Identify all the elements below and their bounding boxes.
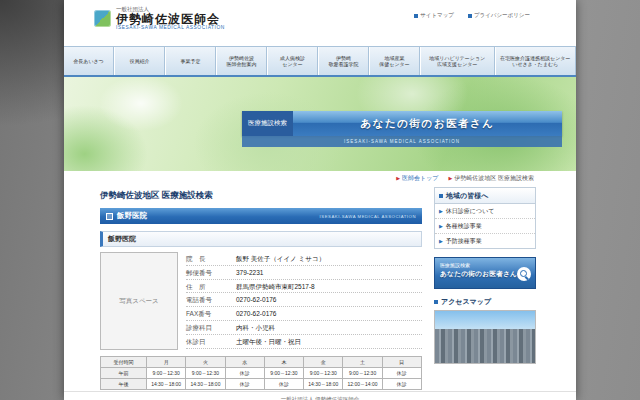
content-area: 伊勢崎佐波地区 医療施設検索 飯野医院 ISESAKI-SAWA MEDICAL…: [64, 185, 576, 391]
detail-row: FAX番号 0270-62-0176: [186, 307, 422, 321]
hours-cell: 14:30～18:00: [147, 379, 186, 390]
detail-value: 内科・小児科: [236, 324, 422, 332]
nav-tab-homecare-center[interactable]: 在宅医療介護連携相談センター いせさき・たまむら: [495, 47, 577, 75]
nav-tab-officers[interactable]: 役員紹介: [114, 47, 165, 75]
arrow-right-icon: ▶: [439, 238, 443, 244]
clinic-details-table: 院 長 飯野 美佐子（イイノ ミサコ） 郵便番号 379-2231 住 所 群馬…: [186, 252, 422, 350]
breadcrumb-arrow-icon: ▶: [396, 175, 400, 181]
detail-value: 土曜午後・日曜・祝日: [236, 338, 422, 346]
access-map-title-label: アクセスマップ: [441, 297, 491, 307]
page: 一般社団法人 伊勢崎佐波医師会 ISESAKI-SAWA MEDICAL ASS…: [64, 0, 576, 400]
nav-tab-hall-guide[interactable]: 伊勢崎佐波 医師会館案内: [216, 47, 267, 75]
hours-cell: 休診: [264, 379, 303, 390]
hours-cell: 休診: [382, 379, 421, 390]
breadcrumb-arrow-icon: ▶: [448, 175, 452, 181]
hours-cell: 9:00～12:30: [186, 368, 225, 379]
hours-day-header: 火: [186, 357, 225, 368]
detail-label: 院 長: [186, 255, 236, 263]
nav-tab-schedule[interactable]: 事業予定: [165, 47, 216, 75]
sitemap-link[interactable]: サイトマップ: [414, 12, 454, 19]
square-bullet-icon: [434, 300, 438, 304]
sidebar: 地域の皆様へ ▶ 休日診療について ▶ 各種検診事業 ▶ 予防接種事業 医療施設…: [434, 187, 536, 391]
nav-tab-rehabilitation-center[interactable]: 地域リハビリテーション 広域支援センター: [420, 47, 495, 75]
facility-header-sub: ISESAKI-SAWA MEDICAL ASSOCIATION: [320, 214, 416, 219]
detail-label: 住 所: [186, 283, 236, 291]
hero-image: 医療施設検索 あなたの街のお医者さん ISESAKI-SAWA MEDICAL …: [64, 77, 576, 171]
facility-grid-icon: [106, 213, 113, 220]
sidebar-item-holiday-care[interactable]: ▶ 休日診療について: [435, 204, 535, 219]
clinic-detail-block: 写真スペース 院 長 飯野 美佐子（イイノ ミサコ） 郵便番号 379-2231…: [100, 252, 422, 350]
nav-tab-screening-center[interactable]: 成人病検診 センター: [267, 47, 318, 75]
facility-search-banner[interactable]: 医療施設検索 あなたの街のお医者さん: [434, 257, 536, 289]
hours-day-header: 日: [382, 357, 421, 368]
detail-label: 郵便番号: [186, 269, 236, 277]
site-subtitle: ISESAKI-SAWA MEDICAL ASSOCIATION: [116, 25, 225, 30]
hours-cell: 休診: [225, 368, 264, 379]
detail-value: 群馬県伊勢崎市東町2517-8: [236, 283, 422, 291]
detail-label: FAX番号: [186, 310, 236, 318]
residents-box-title-label: 地域の皆様へ: [446, 191, 488, 201]
privacy-policy-link[interactable]: プライバシーポリシー: [468, 12, 530, 19]
sitemap-link-label: サイトマップ: [420, 12, 454, 19]
square-bullet-icon: [439, 194, 443, 198]
hours-cell: 14:30～18:00: [186, 379, 225, 390]
sidebar-box-residents: 地域の皆様へ ▶ 休日診療について ▶ 各種検診事業 ▶ 予防接種事業: [434, 187, 536, 249]
arrow-right-icon: ▶: [439, 223, 443, 229]
breadcrumb-current-label: 伊勢崎佐波地区 医療施設検索: [454, 174, 534, 183]
detail-label: 診療科目: [186, 324, 236, 332]
hero-banner-subtitle: ISESAKI-SAWA MEDICAL ASSOCIATION: [242, 136, 562, 147]
hours-cell: 9:00～12:30: [304, 368, 343, 379]
association-logo-icon: [94, 10, 111, 27]
detail-value: 379-2231: [236, 269, 422, 277]
access-map-photo[interactable]: [434, 310, 536, 364]
breadcrumb-link-top[interactable]: ▶ 医師会トップ: [396, 174, 438, 183]
arrow-right-icon: ▶: [439, 208, 443, 214]
global-nav: 会長あいさつ 役員紹介 事業予定 伊勢崎佐波 医師会館案内 成人病検診 センター…: [64, 46, 576, 77]
detail-row: 郵便番号 379-2231: [186, 266, 422, 280]
hours-cell: 12:00～14:00: [343, 379, 382, 390]
hours-cell: 9:00～12:30: [147, 368, 186, 379]
nav-tab-nursing-school[interactable]: 伊勢崎 敬愛看護学院: [318, 47, 369, 75]
facility-name: 飯野医院: [117, 211, 320, 221]
hours-day-header: 月: [147, 357, 186, 368]
detail-value: 0270-62-0176: [236, 310, 422, 318]
site-header: 一般社団法人 伊勢崎佐波医師会 ISESAKI-SAWA MEDICAL ASS…: [64, 0, 576, 46]
hours-day-header: 土: [343, 357, 382, 368]
square-bullet-icon: [414, 14, 418, 18]
square-bullet-icon: [468, 14, 472, 18]
breadcrumb-current: ▶ 伊勢崎佐波地区 医療施設検索: [448, 174, 534, 183]
sidebar-box-title: 地域の皆様へ: [435, 188, 535, 204]
hours-day-header: 金: [304, 357, 343, 368]
site-title: 伊勢崎佐波医師会: [116, 13, 225, 26]
hours-corner-cell: 受付時間: [101, 357, 147, 368]
photo-placeholder: 写真スペース: [100, 252, 178, 350]
hours-table: 受付時間 月 火 水 木 金 土 日 午前 9:00～12:30 9:00～12…: [100, 356, 422, 390]
hours-cell: 休診: [382, 368, 421, 379]
sidebar-item-vaccinations[interactable]: ▶ 予防接種事業: [435, 234, 535, 248]
detail-row: 電話番号 0270-62-0176: [186, 293, 422, 307]
access-map-title: アクセスマップ: [434, 297, 536, 307]
footer-text: 一般社団法人 伊勢崎佐波医師会: [64, 391, 576, 400]
hours-cell: 14:30～18:00: [304, 379, 343, 390]
nav-tab-chairman-greeting[interactable]: 会長あいさつ: [64, 47, 114, 75]
detail-row: 住 所 群馬県伊勢崎市東町2517-8: [186, 280, 422, 294]
sidebar-item-label: 休日診療について: [446, 207, 495, 216]
main-column: 伊勢崎佐波地区 医療施設検索 飯野医院 ISESAKI-SAWA MEDICAL…: [100, 187, 422, 391]
hours-row-label: 午後: [101, 379, 147, 390]
hours-day-header: 木: [264, 357, 303, 368]
sidebar-item-screenings[interactable]: ▶ 各種検診事業: [435, 219, 535, 234]
hours-day-header: 水: [225, 357, 264, 368]
detail-row: 休診日 土曜午後・日曜・祝日: [186, 335, 422, 349]
detail-value: 0270-62-0176: [236, 296, 422, 304]
clinic-section-header: 飯野医院: [100, 231, 422, 247]
detail-value: 飯野 美佐子（イイノ ミサコ）: [236, 255, 422, 263]
facility-header-bar: 飯野医院 ISESAKI-SAWA MEDICAL ASSOCIATION: [100, 208, 422, 224]
nav-tab-occupational-health-center[interactable]: 地域産業 保健センター: [369, 47, 420, 75]
utility-links: サイトマップ プライバシーポリシー: [414, 12, 530, 19]
breadcrumb: ▶ 医師会トップ ▶ 伊勢崎佐波地区 医療施設検索: [64, 171, 576, 185]
magnifier-go-icon: [517, 267, 531, 281]
hero-search-banner[interactable]: 医療施設検索 あなたの街のお医者さん ISESAKI-SAWA MEDICAL …: [242, 111, 562, 147]
search-banner-small: 医療施設検索: [440, 262, 530, 268]
detail-label: 電話番号: [186, 296, 236, 304]
privacy-link-label: プライバシーポリシー: [474, 12, 530, 19]
